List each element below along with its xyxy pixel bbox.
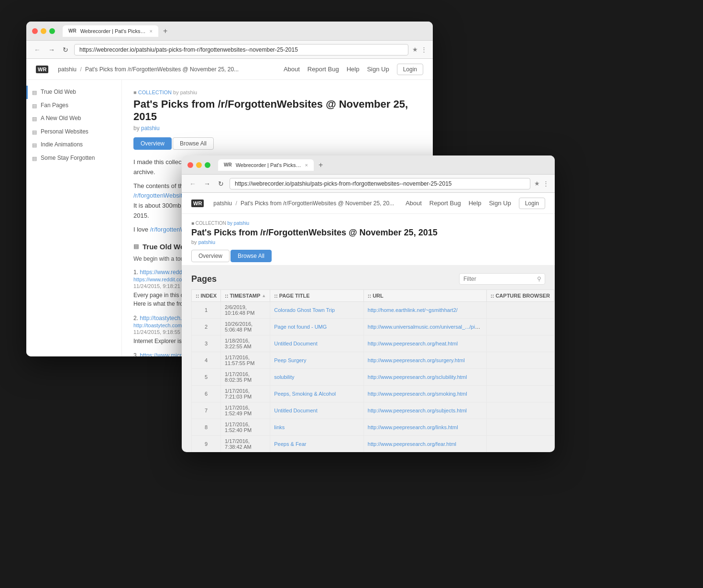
cell-url[interactable]: http://home.earthlink.net/~gsmithhart2/ bbox=[363, 302, 486, 319]
cell-url[interactable]: http://www.universalmusic.com/universal_… bbox=[363, 319, 486, 335]
new-tab-button-2[interactable]: + bbox=[316, 161, 326, 169]
help-link-1[interactable]: Help bbox=[347, 66, 360, 73]
url-link[interactable]: http://www.peepresearch.org/subjects.htm… bbox=[368, 408, 467, 413]
breadcrumb-user-2[interactable]: patshiu bbox=[213, 200, 232, 207]
cell-timestamp: 1/17/2016, 7:21:03 PM bbox=[221, 386, 270, 402]
browse-all-tab-2[interactable]: Browse All bbox=[231, 250, 272, 262]
help-link-2[interactable]: Help bbox=[469, 200, 482, 207]
th-timestamp[interactable]: :: TIMESTAMP ▲ bbox=[221, 290, 270, 302]
tab-bar-2: WR Webrecorder | Pat's Picks fro... × + bbox=[218, 159, 549, 171]
report-bug-link-2[interactable]: Report Bug bbox=[429, 200, 461, 207]
cell-index: 9 bbox=[192, 436, 221, 453]
bookmark-icon-2[interactable]: ★ bbox=[534, 180, 540, 187]
signup-link-1[interactable]: Sign Up bbox=[367, 66, 389, 73]
overview-tab-1[interactable]: Overview bbox=[133, 137, 172, 150]
cell-url[interactable]: http://www.peepresearch.org/fear.html bbox=[363, 436, 486, 453]
cell-browser bbox=[486, 436, 554, 453]
active-tab-2[interactable]: WR Webrecorder | Pat's Picks fro... × bbox=[218, 159, 314, 171]
th-index[interactable]: :: INDEX bbox=[192, 290, 221, 302]
cell-url[interactable]: http://www.peepresearch.org/subjects.htm… bbox=[363, 402, 486, 419]
close-button-2[interactable] bbox=[187, 162, 193, 168]
cell-title[interactable]: Peep Surgery bbox=[270, 352, 364, 369]
sidebar-item-fan-pages[interactable]: ▤ Fan Pages bbox=[26, 99, 121, 112]
sidebar-item-new-old-web[interactable]: ▤ A New Old Web bbox=[26, 112, 121, 125]
sidebar-item-personal-websites[interactable]: ▤ Personal Websites bbox=[26, 125, 121, 139]
title-link[interactable]: Peeps & Fear bbox=[274, 441, 306, 447]
url-link[interactable]: http://www.peepresearch.org/smoking.html bbox=[368, 391, 467, 397]
breadcrumb-page-1[interactable]: Pat's Picks from /r/ForgottenWebsites @ … bbox=[85, 66, 239, 73]
close-button-1[interactable] bbox=[32, 28, 38, 34]
maximize-button-1[interactable] bbox=[49, 28, 55, 34]
th-browser[interactable]: :: CAPTURE BROWSER bbox=[486, 290, 554, 302]
browse-all-tab-1[interactable]: Browse All bbox=[173, 137, 214, 150]
wr-logo-1[interactable]: WR bbox=[36, 66, 48, 73]
tab-close-1[interactable]: × bbox=[150, 28, 153, 34]
title-link[interactable]: Colorado Ghost Town Trip bbox=[274, 307, 335, 313]
cell-title[interactable]: solubility bbox=[270, 369, 364, 386]
about-link-2[interactable]: About bbox=[406, 200, 422, 207]
cell-url[interactable]: http://www.peepresearch.org/sclubility.h… bbox=[363, 369, 486, 386]
url-link[interactable]: http://home.earthlink.net/~gsmithhart2/ bbox=[368, 307, 458, 313]
back-button-2[interactable]: ← bbox=[187, 179, 198, 189]
cell-title[interactable]: Untitled Document bbox=[270, 335, 364, 352]
cell-title[interactable]: Peeps & Fear bbox=[270, 436, 364, 453]
url-link[interactable]: http://www.peepresearch.org/heat.html bbox=[368, 341, 458, 346]
forward-button-1[interactable]: → bbox=[46, 45, 57, 55]
breadcrumb-user-1[interactable]: patshiu bbox=[58, 66, 77, 73]
sidebar-item-true-old-web[interactable]: ▤ True Old Web bbox=[26, 86, 121, 99]
minimize-button-2[interactable] bbox=[196, 162, 202, 168]
url-link[interactable]: http://www.universalmusic.com/universal_… bbox=[368, 324, 483, 330]
breadcrumb-page-2[interactable]: Pat's Picks from /r/ForgottenWebsites @ … bbox=[241, 200, 394, 207]
url-link[interactable]: http://www.peepresearch.org/sclubility.h… bbox=[368, 374, 467, 380]
login-button-2[interactable]: Login bbox=[519, 198, 545, 209]
address-input-2[interactable] bbox=[230, 178, 530, 189]
cell-url[interactable]: http://www.peepresearch.org/links.html bbox=[363, 419, 486, 436]
forgotten-link-1[interactable]: /r/forgottenWebsites bbox=[133, 192, 189, 199]
refresh-button-1[interactable]: ↻ bbox=[61, 45, 70, 55]
url-link[interactable]: http://www.peepresearch.org/fear.html bbox=[368, 441, 456, 447]
maximize-button-2[interactable] bbox=[205, 162, 210, 168]
menu-icon-2[interactable]: ⋮ bbox=[543, 180, 549, 187]
address-input-1[interactable] bbox=[74, 44, 408, 55]
cell-url[interactable]: http://www.peepresearch.org/surgery.html bbox=[363, 352, 486, 369]
menu-icon-1[interactable]: ⋮ bbox=[421, 46, 427, 53]
url-link[interactable]: http://www.peepresearch.org/links.html bbox=[368, 424, 458, 430]
refresh-button-2[interactable]: ↻ bbox=[216, 179, 226, 189]
login-button-1[interactable]: Login bbox=[397, 64, 423, 75]
cell-title[interactable]: Page not found - UMG bbox=[270, 319, 364, 335]
cell-title[interactable]: Untitled Document bbox=[270, 402, 364, 419]
filter-input[interactable] bbox=[459, 273, 545, 285]
cell-title[interactable]: Colorado Ghost Town Trip bbox=[270, 302, 364, 319]
new-tab-button-1[interactable]: + bbox=[160, 27, 170, 35]
author-link-2[interactable]: patshiu bbox=[198, 239, 215, 245]
title-link[interactable]: Untitled Document bbox=[274, 341, 318, 346]
bookmark-icon-1[interactable]: ★ bbox=[412, 46, 418, 53]
th-url[interactable]: :: URL bbox=[363, 290, 486, 302]
title-link[interactable]: Peep Surgery bbox=[274, 357, 306, 363]
overview-tab-2[interactable]: Overview bbox=[191, 250, 230, 262]
cell-url[interactable]: http://www.peepresearch.org/heat.html bbox=[363, 335, 486, 352]
sidebar-item-some-stay-forgotten[interactable]: ▤ Some Stay Forgotten bbox=[26, 152, 121, 165]
wr-logo-2[interactable]: WR bbox=[191, 200, 204, 207]
active-tab-1[interactable]: WR Webrecorder | Pat's Picks fro... × bbox=[63, 25, 158, 37]
title-link[interactable]: Page not found - UMG bbox=[274, 324, 327, 330]
sidebar-item-indie-animations[interactable]: ▤ Indie Animations bbox=[26, 138, 121, 152]
about-link-1[interactable]: About bbox=[284, 66, 300, 73]
report-bug-link-1[interactable]: Report Bug bbox=[308, 66, 339, 73]
cell-title[interactable]: links bbox=[270, 419, 364, 436]
author-link-1[interactable]: patshiu bbox=[141, 125, 160, 132]
back-button-1[interactable]: ← bbox=[32, 45, 43, 55]
title-link[interactable]: links bbox=[274, 424, 285, 430]
title-link[interactable]: Peeps, Smoking & Alcohol bbox=[274, 391, 336, 397]
minimize-button-1[interactable] bbox=[41, 28, 46, 34]
title-link[interactable]: solubility bbox=[274, 374, 294, 380]
cell-url[interactable]: http://www.peepresearch.org/smoking.html bbox=[363, 386, 486, 402]
forward-button-2[interactable]: → bbox=[202, 179, 212, 189]
th-title[interactable]: :: PAGE TITLE bbox=[270, 290, 364, 302]
cell-title[interactable]: Peeps, Smoking & Alcohol bbox=[270, 386, 364, 402]
signup-link-2[interactable]: Sign Up bbox=[489, 200, 511, 207]
title-link[interactable]: Untitled Document bbox=[274, 408, 318, 413]
url-link[interactable]: http://www.peepresearch.org/surgery.html bbox=[368, 357, 465, 363]
collection-label-1: ■ COLLECTION by patshiu bbox=[133, 89, 421, 95]
tab-close-2[interactable]: × bbox=[305, 162, 308, 168]
